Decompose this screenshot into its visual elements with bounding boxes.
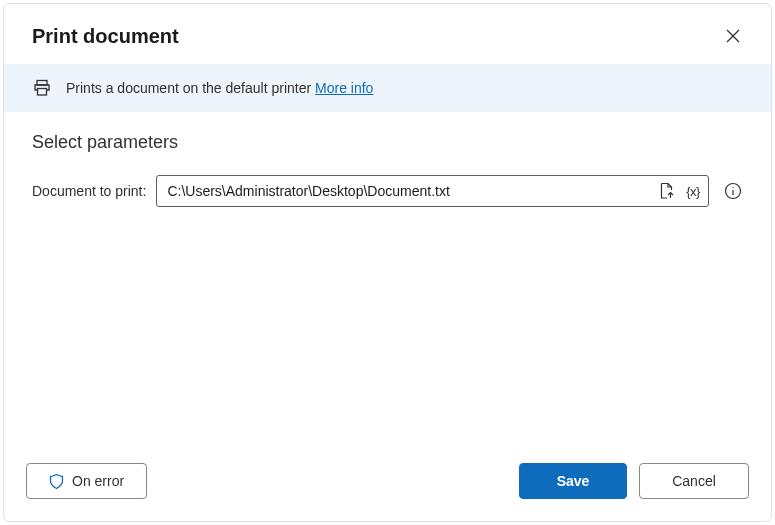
dialog-footer: On error Save Cancel	[4, 447, 771, 521]
print-document-dialog: Print document Prints a document on the …	[3, 3, 772, 522]
input-icons: {x}	[658, 182, 702, 200]
cancel-label: Cancel	[672, 473, 716, 489]
variable-picker-button[interactable]: {x}	[684, 182, 702, 200]
on-error-label: On error	[72, 473, 124, 489]
svg-point-6	[732, 187, 733, 188]
save-label: Save	[557, 473, 590, 489]
svg-rect-3	[38, 89, 47, 96]
variable-icon: {x}	[686, 184, 700, 199]
help-button[interactable]	[723, 181, 743, 201]
document-to-print-input[interactable]	[167, 183, 658, 199]
cancel-button[interactable]: Cancel	[639, 463, 749, 499]
close-icon	[726, 29, 740, 43]
svg-rect-2	[37, 81, 47, 86]
dialog-title: Print document	[32, 25, 179, 48]
dialog-body: Select parameters Document to print:	[4, 112, 771, 447]
info-bar: Prints a document on the default printer…	[4, 64, 771, 112]
info-text: Prints a document on the default printer	[66, 80, 315, 96]
document-to-print-label: Document to print:	[32, 183, 146, 199]
dialog-header: Print document	[4, 4, 771, 64]
close-button[interactable]	[719, 22, 747, 50]
shield-icon	[49, 473, 64, 490]
file-picker-button[interactable]	[658, 182, 676, 200]
save-button[interactable]: Save	[519, 463, 627, 499]
on-error-button[interactable]: On error	[26, 463, 147, 499]
info-icon	[724, 182, 742, 200]
section-title: Select parameters	[32, 132, 743, 153]
document-to-print-row: Document to print: {x}	[32, 175, 743, 207]
document-to-print-field[interactable]: {x}	[156, 175, 709, 207]
info-text-wrap: Prints a document on the default printer…	[66, 80, 373, 96]
file-arrow-icon	[659, 182, 675, 200]
printer-icon	[32, 78, 52, 98]
more-info-link[interactable]: More info	[315, 80, 373, 96]
